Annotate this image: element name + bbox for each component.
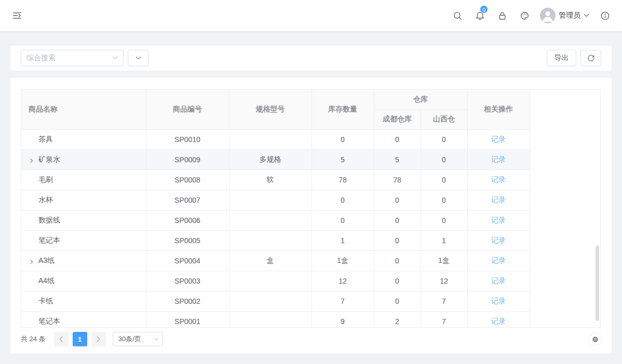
expand-icon[interactable]	[28, 257, 38, 265]
stock-total: 12	[312, 271, 374, 291]
stock-total: 0	[312, 210, 374, 230]
col-header-spec: 规格型号	[229, 90, 312, 129]
stock-chengdu: 0	[374, 129, 421, 149]
stock-chengdu: 0	[374, 230, 421, 250]
stock-shanxi: 0	[421, 129, 467, 149]
table-row: 笔记本 SP0005 1 0 1 记录	[21, 230, 530, 250]
chevron-down-icon	[584, 13, 589, 18]
product-code: SP0006	[146, 210, 229, 230]
stock-shanxi: 7	[421, 311, 467, 328]
table-row: 毛刷 SP0008 软 78 78 0 记录	[21, 170, 530, 190]
pagination: 共 24 条 1 30条/页	[21, 332, 163, 346]
stock-shanxi: 7	[421, 291, 467, 311]
stock-total: 9	[312, 311, 374, 328]
stock-chengdu: 0	[374, 190, 421, 210]
record-link[interactable]: 记录	[491, 317, 506, 325]
stock-total: 1	[312, 230, 374, 250]
product-code: SP0007	[146, 190, 229, 210]
inventory-table: 商品名称 商品编号 规格型号 库存数量 仓库 相关操作 成都仓库 山西仓 茶具 …	[21, 89, 601, 328]
product-spec	[229, 129, 312, 149]
product-spec	[229, 271, 312, 291]
product-code: SP0009	[146, 149, 229, 170]
col-header-warehouse: 仓库	[374, 90, 467, 109]
next-page-button[interactable]	[91, 332, 106, 346]
product-name: 毛刷	[38, 175, 53, 184]
product-spec	[229, 210, 312, 230]
stock-total: 5	[312, 149, 374, 170]
product-name: A3纸	[38, 256, 55, 264]
bell-icon[interactable]: 0	[473, 9, 486, 22]
search-expand-toggle[interactable]	[128, 50, 148, 66]
export-button[interactable]: 导出	[547, 50, 576, 66]
product-code: SP0010	[146, 129, 229, 149]
refresh-icon	[587, 54, 595, 62]
product-code: SP0004	[146, 250, 229, 271]
expand-icon[interactable]	[28, 156, 38, 164]
col-header-name: 商品名称	[21, 90, 146, 129]
product-name: 卡纸	[38, 297, 53, 305]
record-link[interactable]: 记录	[491, 175, 506, 184]
user-menu[interactable]: 管理员	[540, 8, 589, 23]
stock-total: 0	[312, 129, 374, 149]
product-spec	[229, 291, 312, 311]
prev-page-button[interactable]	[54, 332, 69, 346]
pagination-total: 共 24 条	[21, 334, 46, 344]
table-row: 水杯 SP0007 0 0 0 记录	[21, 190, 530, 210]
record-link[interactable]: 记录	[491, 216, 506, 224]
record-link[interactable]: 记录	[491, 195, 506, 204]
record-link[interactable]: 记录	[491, 297, 506, 305]
info-icon[interactable]	[598, 9, 612, 22]
product-spec: 软	[229, 170, 312, 190]
record-link[interactable]: 记录	[491, 256, 506, 264]
product-name: 笔记本	[38, 317, 60, 325]
vertical-scrollbar[interactable]	[596, 245, 599, 321]
page-size-select[interactable]: 30条/页	[113, 332, 163, 346]
search-type-select[interactable]: 综合搜索	[21, 50, 124, 66]
record-link[interactable]: 记录	[491, 135, 506, 143]
product-spec	[229, 311, 312, 328]
product-code: SP0008	[146, 170, 229, 190]
product-name: 水杯	[38, 195, 53, 204]
product-spec	[229, 190, 312, 210]
gear-icon	[591, 335, 599, 343]
table-row: 矿泉水 SP0009 多规格 5 5 0 记录	[21, 149, 530, 170]
menu-fold-icon[interactable]	[10, 9, 24, 22]
stock-shanxi: 1盒	[421, 250, 467, 271]
stock-shanxi: 12	[421, 271, 467, 291]
product-name: 茶具	[38, 135, 53, 143]
stock-chengdu: 0	[374, 210, 421, 230]
search-icon[interactable]	[451, 9, 464, 22]
product-code: SP0001	[146, 311, 229, 328]
inventory-card: 商品名称 商品编号 规格型号 库存数量 仓库 相关操作 成都仓库 山西仓 茶具 …	[10, 78, 612, 354]
product-spec: 多规格	[229, 149, 312, 170]
column-settings-button[interactable]	[588, 332, 602, 346]
table-row: A4纸 SP0003 12 0 12 记录	[21, 271, 530, 291]
stock-total: 1盒	[312, 250, 374, 271]
product-code: SP0003	[146, 271, 229, 291]
stock-total: 0	[312, 190, 374, 210]
col-header-code: 商品编号	[146, 90, 229, 129]
stock-shanxi: 0	[421, 210, 467, 230]
search-placeholder: 综合搜索	[26, 53, 112, 63]
user-name: 管理员	[559, 11, 580, 20]
stock-shanxi: 0	[421, 149, 467, 170]
stock-total: 78	[312, 170, 374, 190]
chevron-down-icon	[154, 338, 159, 341]
current-page-button[interactable]: 1	[73, 332, 87, 346]
refresh-button[interactable]	[580, 50, 601, 66]
product-code: SP0002	[146, 291, 229, 311]
record-link[interactable]: 记录	[491, 276, 506, 285]
stock-chengdu: 78	[374, 170, 421, 190]
product-name: 矿泉水	[38, 155, 60, 163]
stock-shanxi: 1	[421, 230, 467, 250]
palette-icon[interactable]	[518, 9, 531, 22]
product-spec	[229, 230, 312, 250]
record-link[interactable]: 记录	[491, 236, 506, 244]
product-name: 数据线	[38, 216, 60, 224]
product-name: A4纸	[38, 276, 55, 285]
stock-chengdu: 0	[374, 291, 421, 311]
col-header-actions: 相关操作	[467, 90, 530, 129]
lock-icon[interactable]	[495, 9, 509, 22]
record-link[interactable]: 记录	[491, 155, 506, 163]
col-header-stock: 库存数量	[312, 90, 374, 129]
